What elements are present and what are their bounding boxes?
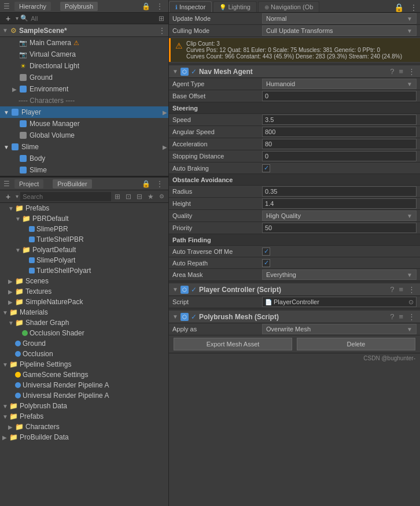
proj-item-pbrdefault[interactable]: ▼ 📁 PBRDefault <box>0 213 168 224</box>
pb-help-btn[interactable]: ? <box>389 312 395 321</box>
inspector-menu-btn[interactable]: ⋮ <box>407 3 420 12</box>
auto-repath-checkbox[interactable]: ✓ <box>262 259 270 267</box>
agent-type-dropdown[interactable]: Humanoid ▼ <box>262 79 417 89</box>
tab-lighting[interactable]: 💡 Lighting <box>213 1 257 12</box>
hierarchy-tab[interactable]: Hierarchy <box>14 2 51 11</box>
auto-braking-checkbox[interactable]: ✓ <box>262 164 270 172</box>
proj-item-occlusion-mat[interactable]: Occlusion <box>0 349 168 359</box>
proj-item-slime-pbr[interactable]: SlimePBR <box>0 224 168 234</box>
proj-item-ground-mat[interactable]: Ground <box>0 338 168 349</box>
proj-item-materials[interactable]: ▼ 📁 Materials <box>0 307 168 317</box>
script-value-container[interactable]: 📄 PlayerController ⊙ <box>262 297 417 307</box>
nav-mesh-help-btn[interactable]: ? <box>389 67 395 76</box>
player-controller-section-header[interactable]: ▼ ⬡ ✓ Player Controller (Script) ? ≡ ⋮ <box>169 283 420 296</box>
base-offset-input[interactable] <box>262 91 417 101</box>
proj-item-pipeline-settings[interactable]: ▼ 📁 Pipeline Settings <box>0 359 168 370</box>
nav-mesh-check-icon[interactable]: ✓ <box>191 68 197 76</box>
hierarchy-item-mouse-manager[interactable]: Mouse Manager <box>0 118 168 130</box>
project-lock-btn[interactable]: 🔒 <box>140 179 152 189</box>
hierarchy-item-global-volume[interactable]: Global Volume <box>0 130 168 141</box>
proj-item-turtleshell-polyart[interactable]: TurtleShellPolyart <box>0 265 168 276</box>
hierarchy-item-player[interactable]: ▼ Player ▶ <box>0 106 168 118</box>
export-mesh-asset-button[interactable]: Export Mesh Asset <box>174 338 292 350</box>
pb-menu-btn[interactable]: ⋮ <box>407 312 417 321</box>
proj-item-shader-graph[interactable]: ▼ 📁 Shader Graph <box>0 317 168 328</box>
pd-arrow: ▼ <box>2 403 9 409</box>
delete-button[interactable]: Delete <box>297 338 415 350</box>
proj-item-polyartdefault[interactable]: ▼ 📁 PolyartDefault <box>0 245 168 255</box>
project-tab[interactable]: Project <box>14 179 43 189</box>
proj-item-gamescene-settings[interactable]: GameScene Settings <box>0 370 168 380</box>
tab-navigation[interactable]: ⊕ Navigation (Ob <box>258 1 319 12</box>
inspector-lock-btn[interactable]: 🔒 <box>390 3 407 12</box>
proj-item-prefabs2[interactable]: ▼ 📁 Prefabs <box>0 411 168 422</box>
area-mask-dropdown[interactable]: Everything ▼ <box>262 269 417 280</box>
nav-mesh-settings-btn[interactable]: ≡ <box>397 67 404 76</box>
nav-mesh-section-header[interactable]: ▼ ⬡ ✓ Nav Mesh Agent ? ≡ ⋮ <box>169 65 420 78</box>
nav-mesh-menu-btn[interactable]: ⋮ <box>407 67 417 76</box>
pc-menu-btn[interactable]: ⋮ <box>407 285 417 294</box>
hierarchy-search-bar: + ▾ 🔍 ⊞ <box>0 13 168 24</box>
probuilder-tab[interactable]: ProBuilder <box>53 179 91 189</box>
hierarchy-menu-btn[interactable]: ⋮ <box>154 2 165 11</box>
proj-item-turtleshell-pbr[interactable]: TurtleShellPBR <box>0 234 168 245</box>
proj-item-simple-nature[interactable]: ▶ 📁 SimpleNaturePack <box>0 297 168 307</box>
scene-menu-btn[interactable]: ⋮ <box>158 26 166 35</box>
proj-search-options[interactable]: ⊞ <box>113 192 122 201</box>
radius-input[interactable] <box>262 186 417 197</box>
project-add-btn[interactable]: + <box>2 192 14 201</box>
proj-item-urp-1[interactable]: Universal Render Pipeline A <box>0 380 168 390</box>
quality-dropdown[interactable]: High Quality ▼ <box>262 210 417 221</box>
scene-root[interactable]: ▼ ⚙ SampleScene* ⋮ <box>0 24 168 37</box>
hierarchy-item-environment[interactable]: ▶ Environment <box>0 83 168 95</box>
hierarchy-item-slime[interactable]: ▼ Slime ▶ <box>0 141 168 153</box>
proj-cols-btn[interactable]: ⊟ <box>135 192 144 201</box>
proj-item-occlusion-shader[interactable]: Occlusion Shader <box>0 328 168 338</box>
pc-help-btn[interactable]: ? <box>389 285 395 294</box>
pb-settings-btn[interactable]: ≡ <box>397 312 404 321</box>
hierarchy-lock-btn[interactable]: 🔒 <box>140 2 152 11</box>
culling-mode-dropdown[interactable]: Cull Update Transforms ▼ <box>262 25 417 36</box>
hierarchy-add-btn[interactable]: + <box>2 14 14 23</box>
hierarchy-item-body[interactable]: Body <box>0 153 168 164</box>
apply-as-dropdown[interactable]: Overwrite Mesh ▼ <box>262 324 417 334</box>
mouse-manager-label: Mouse Manager <box>30 120 80 128</box>
auto-traverse-checkbox[interactable]: ✓ <box>262 248 270 256</box>
pc-check-icon[interactable]: ✓ <box>191 286 197 294</box>
priority-input[interactable] <box>262 223 417 233</box>
proj-filter-btn[interactable]: ⊡ <box>124 192 133 201</box>
proj-item-probuilder-data[interactable]: ▶ 📁 ProBuilder Data <box>0 432 168 442</box>
hierarchy-item-main-camera[interactable]: 📷 Main Camera ⚠ <box>0 37 168 49</box>
project-menu-btn[interactable]: ⋮ <box>154 179 165 189</box>
height-input[interactable] <box>262 198 417 209</box>
pc-settings-btn[interactable]: ≡ <box>397 285 404 294</box>
proj-item-prefabs[interactable]: ▼ 📁 Prefabs <box>0 203 168 213</box>
hierarchy-search-options-btn[interactable]: ⊞ <box>157 14 166 23</box>
hierarchy-item-directional-light[interactable]: ☀ Directional Light <box>0 60 168 72</box>
tab-inspector[interactable]: ℹ Inspector <box>169 1 212 12</box>
proj-item-slime-polyart[interactable]: SlimePolyart <box>0 255 168 265</box>
script-pick-btn[interactable]: ⊙ <box>408 298 414 306</box>
angular-speed-input[interactable] <box>262 127 417 137</box>
polybrush-tab[interactable]: Polybrush <box>60 2 98 11</box>
proj-star-btn[interactable]: ★ <box>146 192 156 201</box>
pb-check-icon[interactable]: ✓ <box>191 313 197 321</box>
quality-arrow: ▼ <box>407 213 412 219</box>
hierarchy-item-ground[interactable]: Ground <box>0 72 168 83</box>
ps-arrow: ▼ <box>2 361 9 368</box>
stopping-distance-input[interactable] <box>262 151 417 161</box>
hierarchy-item-slime-child[interactable]: Slime <box>0 164 168 176</box>
hierarchy-search-input[interactable] <box>31 15 157 22</box>
project-search-input[interactable] <box>20 192 111 201</box>
proj-item-scenes[interactable]: ▶ 📁 Scenes <box>0 276 168 286</box>
proj-item-urp-2[interactable]: Universal Render Pipeline A <box>0 390 168 401</box>
hierarchy-item-virtual-camera[interactable]: 📷 Virtual Camera <box>0 49 168 60</box>
speed-input[interactable] <box>262 115 417 125</box>
acceleration-input[interactable] <box>262 139 417 149</box>
proj-view-btn[interactable]: ⚙ <box>157 193 166 200</box>
proj-item-polybrush-data[interactable]: ▼ 📁 Polybrush Data <box>0 401 168 411</box>
proj-item-characters-folder[interactable]: ▶ 📁 Characters <box>0 422 168 432</box>
update-mode-dropdown[interactable]: Normal ▼ <box>262 13 417 24</box>
polybrush-section-header[interactable]: ▼ ⬡ ✓ Polybrush Mesh (Script) ? ≡ ⋮ <box>169 311 420 323</box>
proj-item-textures[interactable]: ▶ 📁 Textures <box>0 286 168 297</box>
